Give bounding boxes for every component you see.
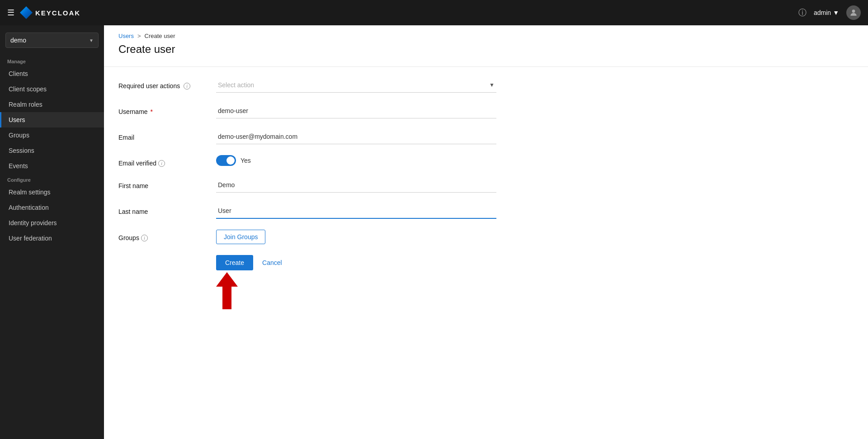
groups-input-wrapper: Join Groups: [216, 230, 496, 244]
configure-section-label: Configure: [0, 174, 104, 184]
sidebar-item-client-scopes[interactable]: Client scopes: [0, 81, 104, 97]
logo-text: KEYCLOAK: [35, 9, 80, 17]
realm-selector-arrow-icon: ▼: [89, 38, 94, 43]
last-name-label: Last name: [118, 203, 209, 215]
required-user-actions-label: Required user actions i: [118, 78, 209, 90]
breadcrumb: Users > Create user: [104, 25, 868, 39]
username-row: Username *: [118, 104, 496, 118]
required-user-actions-select[interactable]: Select action ▼: [216, 78, 496, 93]
email-row: Email: [118, 129, 496, 144]
first-name-label: First name: [118, 178, 209, 189]
top-navigation: ☰ KEYCLOAK ⓘ admin ▼: [0, 0, 868, 25]
username-required-indicator: *: [151, 108, 153, 115]
email-verified-input-wrapper: Yes: [216, 155, 496, 166]
required-user-actions-row: Required user actions i Select action ▼: [118, 78, 496, 93]
groups-info-icon: i: [141, 235, 148, 241]
email-label: Email: [118, 129, 209, 141]
first-name-input-wrapper: [216, 178, 496, 193]
sidebar-item-realm-roles[interactable]: Realm roles: [0, 97, 104, 112]
user-dropdown-arrow-icon: ▼: [833, 9, 839, 16]
user-dropdown[interactable]: admin ▼: [814, 9, 839, 16]
help-icon[interactable]: ⓘ: [798, 7, 807, 18]
cancel-button[interactable]: Cancel: [260, 255, 284, 270]
content-area: Users > Create user Create user Required…: [104, 25, 868, 439]
arrow-head-icon: [216, 272, 238, 287]
email-verified-row: Email verified i Yes: [118, 155, 496, 167]
email-verified-info-icon: i: [158, 160, 165, 167]
groups-row: Groups i Join Groups: [118, 230, 496, 244]
arrow-shaft: [222, 287, 231, 309]
email-input-wrapper: [216, 129, 496, 144]
sidebar-item-authentication[interactable]: Authentication: [0, 200, 104, 215]
user-avatar[interactable]: [846, 5, 861, 20]
required-user-actions-input-wrapper: Select action ▼: [216, 78, 496, 93]
divider: [104, 66, 868, 67]
first-name-row: First name: [118, 178, 496, 193]
sidebar-item-events[interactable]: Events: [0, 158, 104, 174]
create-button[interactable]: Create: [216, 255, 253, 270]
svg-point-0: [852, 9, 855, 13]
groups-label: Groups i: [118, 230, 209, 241]
first-name-input[interactable]: [216, 178, 496, 193]
sidebar-item-sessions[interactable]: Sessions: [0, 143, 104, 158]
last-name-input[interactable]: [216, 203, 496, 219]
email-verified-label: Email verified i: [118, 155, 209, 167]
realm-name: demo: [10, 37, 26, 44]
email-verified-toggle[interactable]: [216, 155, 236, 166]
hamburger-menu-icon[interactable]: ☰: [7, 8, 14, 18]
sidebar-item-user-federation[interactable]: User federation: [0, 231, 104, 246]
page-title: Create user: [104, 39, 868, 66]
user-label: admin: [814, 9, 831, 16]
sidebar-item-identity-providers[interactable]: Identity providers: [0, 215, 104, 231]
join-groups-button[interactable]: Join Groups: [216, 230, 265, 244]
last-name-row: Last name: [118, 203, 496, 219]
email-input[interactable]: [216, 129, 496, 144]
breadcrumb-parent-link[interactable]: Users: [118, 33, 134, 39]
username-input-wrapper: [216, 104, 496, 118]
arrow-annotation: [216, 272, 238, 309]
manage-section-label: Manage: [0, 55, 104, 66]
email-verified-toggle-label: Yes: [241, 157, 251, 164]
breadcrumb-separator: >: [137, 33, 141, 39]
realm-selector[interactable]: demo ▼: [5, 33, 99, 48]
sidebar: demo ▼ Manage Clients Client scopes Real…: [0, 25, 104, 439]
toggle-knob: [226, 156, 235, 165]
sidebar-item-clients[interactable]: Clients: [0, 66, 104, 81]
breadcrumb-current: Create user: [145, 33, 175, 39]
logo-diamond-icon: [20, 6, 33, 19]
sidebar-item-realm-settings[interactable]: Realm settings: [0, 184, 104, 200]
logo: KEYCLOAK: [20, 6, 80, 19]
action-buttons: Create Cancel: [118, 255, 496, 270]
create-user-form: Required user actions i Select action ▼ …: [104, 78, 511, 288]
sidebar-item-groups[interactable]: Groups: [0, 127, 104, 143]
required-user-actions-info-icon: i: [184, 83, 190, 90]
username-label: Username *: [118, 104, 209, 115]
required-user-actions-arrow-icon: ▼: [489, 82, 495, 88]
required-user-actions-placeholder: Select action: [218, 81, 489, 89]
username-input[interactable]: [216, 104, 496, 118]
last-name-input-wrapper: [216, 203, 496, 219]
sidebar-item-users[interactable]: Users: [0, 112, 104, 127]
main-layout: demo ▼ Manage Clients Client scopes Real…: [0, 25, 868, 439]
